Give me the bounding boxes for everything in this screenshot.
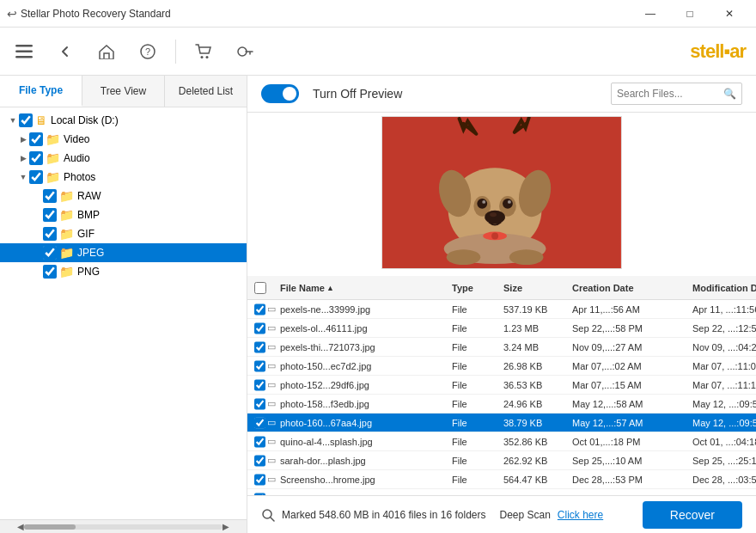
- title-bar-left: ↩ Stellar Photo Recovery Standard: [7, 7, 171, 21]
- checkbox-raw[interactable]: [43, 189, 57, 203]
- tab-tree-view[interactable]: Tree View: [82, 76, 165, 107]
- checkbox-audio[interactable]: [29, 151, 43, 165]
- checkbox-video[interactable]: [29, 132, 43, 146]
- preview-label: Turn Off Preview: [313, 87, 402, 101]
- row-checkbox[interactable]: [254, 303, 265, 316]
- home-icon[interactable]: [93, 38, 120, 65]
- row-checkbox[interactable]: [254, 341, 265, 353]
- row-checkbox[interactable]: [254, 379, 265, 391]
- table-row[interactable]: ▭ quino-al-4...splash.jpg File 352.86 KB…: [247, 432, 756, 451]
- table-row[interactable]: ▭ Screensho...hrome.jpg File 195.49 KB F…: [247, 489, 756, 495]
- svg-point-5: [201, 56, 204, 58]
- scroll-left-arrow[interactable]: ◀: [17, 522, 24, 531]
- scroll-track[interactable]: [24, 524, 223, 530]
- svg-rect-2: [15, 56, 33, 58]
- svg-point-24: [491, 232, 498, 239]
- row-checkbox[interactable]: [254, 322, 265, 334]
- tab-file-type[interactable]: File Type: [0, 76, 82, 107]
- cell-type: File: [448, 342, 500, 352]
- tab-deleted-list[interactable]: Deleted List: [165, 76, 247, 107]
- tree-item-png[interactable]: 📁 PNG: [0, 262, 247, 281]
- svg-point-15: [508, 200, 511, 204]
- back-icon[interactable]: [52, 38, 79, 65]
- scroll-thumb[interactable]: [24, 524, 76, 530]
- image-preview: [381, 116, 622, 269]
- table-row[interactable]: ▭ photo-160...67aa4.jpg File 38.79 KB Ma…: [247, 414, 756, 432]
- cell-type: File: [448, 418, 500, 428]
- table-row[interactable]: ▭ pexels-ol...46111.jpg File 1.23 MB Sep…: [247, 319, 756, 338]
- header-size[interactable]: Size: [500, 283, 569, 293]
- table-row[interactable]: ▭ sarah-dor...plash.jpg File 262.92 KB S…: [247, 451, 756, 470]
- header-filename[interactable]: File Name ▲: [277, 283, 448, 293]
- tree-item-video[interactable]: ▶ 📁 Video: [0, 130, 247, 149]
- main-layout: File Type Tree View Deleted List ▼ 🖥 Loc…: [0, 76, 756, 533]
- cell-size: 537.19 KB: [500, 304, 569, 315]
- header-check[interactable]: [251, 282, 277, 294]
- search-input[interactable]: [617, 88, 720, 100]
- cell-size: 1.23 MB: [500, 323, 569, 334]
- cell-filename: photo-150...ec7d2.jpg: [277, 361, 448, 371]
- row-checkbox[interactable]: [254, 474, 265, 486]
- menu-icon[interactable]: [10, 38, 38, 65]
- cell-type: File: [448, 437, 500, 447]
- cell-creation: Apr 11,...:56 AM: [569, 304, 689, 315]
- tree-item-gif[interactable]: 📁 GIF: [0, 224, 247, 243]
- cell-size: 38.79 KB: [500, 418, 569, 428]
- table-row[interactable]: ▭ pexels-thi...721073.jpg File 3.24 MB N…: [247, 338, 756, 357]
- tree-item-bmp[interactable]: 📁 BMP: [0, 205, 247, 224]
- minimize-button[interactable]: —: [631, 0, 670, 28]
- row-checkbox[interactable]: [254, 455, 265, 467]
- cell-type: File: [448, 456, 500, 466]
- tree-item-photos[interactable]: ▼ 📁 Photos: [0, 168, 247, 187]
- checkbox-bmp[interactable]: [43, 208, 57, 222]
- table-row[interactable]: ▭ Screensho...hrome.jpg File 564.47 KB D…: [247, 470, 756, 489]
- tab-bar: File Type Tree View Deleted List: [0, 76, 247, 107]
- checkbox-local-disk[interactable]: [19, 113, 33, 127]
- header-creation[interactable]: Creation Date: [569, 283, 689, 293]
- preview-toggle[interactable]: [261, 84, 299, 103]
- tree-item-jpeg[interactable]: 📁 JPEG: [0, 243, 247, 262]
- checkbox-gif[interactable]: [43, 227, 57, 241]
- horizontal-scrollbar[interactable]: ◀ ▶: [0, 519, 247, 533]
- close-button[interactable]: ✕: [710, 0, 749, 28]
- header-type[interactable]: Type: [448, 283, 500, 293]
- cart-icon[interactable]: [190, 38, 217, 65]
- table-row[interactable]: ▭ photo-158...f3edb.jpg File 24.96 KB Ma…: [247, 395, 756, 414]
- cell-creation: Mar 07,...:02 AM: [569, 361, 689, 371]
- cell-filename: pexels-ol...46111.jpg: [277, 323, 448, 334]
- key-icon[interactable]: [231, 38, 259, 65]
- table-row[interactable]: ▭ photo-152...29df6.jpg File 36.53 KB Ma…: [247, 376, 756, 395]
- maximize-button[interactable]: □: [670, 0, 710, 28]
- tree-item-local-disk[interactable]: ▼ 🖥 Local Disk (D:): [0, 111, 247, 130]
- header-modified[interactable]: Modification Date: [689, 283, 756, 293]
- file-type-icon: ▭: [267, 398, 276, 409]
- search-icon[interactable]: 🔍: [723, 88, 736, 100]
- tree-item-raw[interactable]: 📁 RAW: [0, 187, 247, 205]
- folder-icon: 📁: [59, 246, 74, 260]
- toolbar-separator: [175, 40, 176, 64]
- tree-item-audio[interactable]: ▶ 📁 Audio: [0, 149, 247, 168]
- scroll-right-arrow[interactable]: ▶: [223, 522, 229, 531]
- cell-filename: Screensho...hrome.jpg: [277, 475, 448, 485]
- table-row[interactable]: ▭ photo-150...ec7d2.jpg File 26.98 KB Ma…: [247, 357, 756, 376]
- select-all-checkbox[interactable]: [254, 282, 266, 294]
- cell-modified: Dec 28, ...:03:55 PM: [689, 475, 756, 485]
- deep-scan-link[interactable]: Click here: [558, 509, 603, 521]
- cell-modified: Nov 09, ...:04:27 AM: [689, 342, 756, 352]
- file-list-body[interactable]: ▭ pexels-ne...33999.jpg File 537.19 KB A…: [247, 300, 756, 495]
- row-checkbox[interactable]: [254, 417, 265, 429]
- row-checkbox[interactable]: [254, 398, 265, 410]
- checkbox-jpeg[interactable]: [43, 246, 57, 260]
- folder-icon: 📁: [59, 189, 74, 203]
- table-row[interactable]: ▭ pexels-ne...33999.jpg File 537.19 KB A…: [247, 300, 756, 319]
- help-icon[interactable]: ?: [134, 38, 162, 65]
- cell-size: 3.24 MB: [500, 342, 569, 352]
- row-checkbox[interactable]: [254, 360, 265, 372]
- cell-modified: Sep 25, ...:25:10 AM: [689, 456, 756, 466]
- checkbox-png[interactable]: [43, 265, 57, 279]
- bottom-bar: Marked 548.60 MB in 4016 files in 16 fol…: [247, 495, 756, 533]
- row-checkbox[interactable]: [254, 436, 265, 448]
- checkbox-photos[interactable]: [29, 170, 43, 184]
- recover-button[interactable]: Recover: [643, 501, 742, 529]
- svg-point-14: [482, 200, 485, 204]
